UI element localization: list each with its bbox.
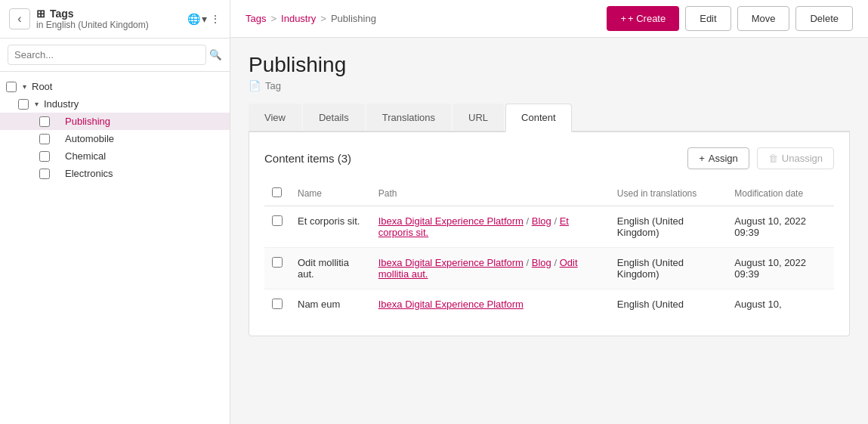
tree-item-chemical[interactable]: Chemical: [0, 147, 230, 165]
row-1-checkbox[interactable]: [272, 215, 283, 226]
row-1-path-link-1[interactable]: Ibexa Digital Experience Platform: [378, 215, 524, 227]
tree-label-electronics: Electronics: [65, 168, 113, 179]
table-header-row: Name Path Used in translations Modificat…: [264, 181, 834, 206]
row-2-path-sep-2: /: [554, 257, 559, 268]
language-button[interactable]: 🌐 ▾: [187, 13, 207, 25]
row-3-name: Nam eum: [290, 289, 371, 321]
tabs: View Details Translations URL Content: [249, 104, 850, 132]
tab-translations[interactable]: Translations: [366, 104, 451, 131]
sidebar-actions: 🌐 ▾ ⋮: [187, 13, 221, 25]
row-1-path-link-2[interactable]: Blog: [532, 215, 551, 227]
tree-item-electronics[interactable]: Electronics: [0, 165, 230, 182]
row-checkbox-cell: [264, 206, 290, 248]
col-checkbox: [264, 181, 290, 206]
assign-plus-icon: +: [699, 153, 705, 164]
tree-toggle-root[interactable]: ▾: [20, 82, 29, 91]
row-1-path-sep-2: /: [554, 215, 559, 227]
col-mod-date: Modification date: [727, 181, 834, 206]
row-2-path-link-2[interactable]: Blog: [532, 257, 551, 268]
tree-toggle-publishing: [53, 117, 62, 126]
sidebar-app-title: ⊞ Tags: [36, 8, 181, 20]
search-bar: 🔍: [0, 39, 230, 72]
content-panel-header: Content items (3) + Assign 🗑 Unassign: [264, 147, 834, 169]
tag-icon: 📄: [249, 80, 261, 91]
tree-item-automobile[interactable]: Automobile: [0, 130, 230, 147]
row-2-path-link-1[interactable]: Ibexa Digital Experience Platform: [378, 257, 524, 268]
tree-toggle-industry[interactable]: ▾: [32, 100, 41, 109]
tree-checkbox-root[interactable]: [6, 82, 17, 92]
col-used-in: Used in translations: [610, 181, 727, 206]
sidebar-header: ‹ ⊞ Tags in English (United Kingdom) 🌐 ▾…: [0, 0, 230, 39]
sidebar-title-area: ⊞ Tags in English (United Kingdom): [36, 8, 181, 30]
select-all-checkbox[interactable]: [272, 187, 282, 197]
back-button[interactable]: ‹: [9, 8, 30, 29]
row-2-used-in: English (United Kingdom): [610, 248, 727, 289]
sidebar: ‹ ⊞ Tags in English (United Kingdom) 🌐 ▾…: [0, 0, 230, 424]
unassign-button[interactable]: 🗑 Unassign: [757, 147, 834, 169]
tree-checkbox-automobile[interactable]: [39, 134, 50, 144]
chevron-down-icon: ▾: [202, 13, 207, 25]
edit-button[interactable]: Edit: [685, 6, 731, 31]
assign-label: Assign: [709, 153, 738, 164]
tree-label-publishing: Publishing: [65, 116, 110, 127]
tree-label-chemical: Chemical: [65, 150, 106, 162]
move-button[interactable]: Move: [737, 6, 790, 31]
tree-toggle-electronics: [53, 169, 62, 178]
breadcrumb-tags[interactable]: Tags: [246, 13, 266, 24]
app-title-label: Tags: [50, 8, 74, 20]
row-2-path-sep-1: /: [527, 257, 532, 268]
row-2-path: Ibexa Digital Experience Platform / Blog…: [371, 248, 610, 289]
delete-button[interactable]: Delete: [795, 6, 853, 31]
tree-area: ▾ Root ▾ Industry Publishing Automobile …: [0, 72, 230, 424]
tab-details[interactable]: Details: [303, 104, 365, 131]
page-title: Publishing: [249, 53, 850, 77]
sidebar-subtitle: in English (United Kingdom): [36, 20, 181, 30]
row-1-name: Et corporis sit.: [290, 206, 371, 248]
tree-item-publishing[interactable]: Publishing: [0, 113, 230, 130]
row-1-path-sep-1: /: [527, 215, 532, 227]
table-row: Et corporis sit. Ibexa Digital Experienc…: [264, 206, 834, 248]
unassign-label: Unassign: [782, 153, 823, 164]
plus-icon: +: [620, 13, 626, 24]
main-content: Tags > Industry > Publishing + + Create …: [230, 0, 868, 424]
tab-url[interactable]: URL: [453, 104, 504, 131]
row-checkbox-cell: [264, 248, 290, 289]
tree-checkbox-industry[interactable]: [18, 99, 29, 110]
breadcrumb: Tags > Industry > Publishing: [246, 13, 376, 24]
tree-item-industry[interactable]: ▾ Industry: [0, 95, 230, 113]
page-meta: 📄 Tag: [249, 80, 850, 91]
topbar: Tags > Industry > Publishing + + Create …: [230, 0, 868, 38]
assign-button[interactable]: + Assign: [687, 147, 749, 169]
tree-checkbox-electronics[interactable]: [39, 169, 50, 179]
more-options-button[interactable]: ⋮: [210, 13, 221, 25]
page-meta-label: Tag: [265, 80, 281, 91]
row-checkbox-cell: [264, 289, 290, 321]
row-2-name: Odit mollitia aut.: [290, 248, 371, 289]
content-panel: Content items (3) + Assign 🗑 Unassign: [249, 132, 850, 336]
tree-label-root: Root: [32, 81, 52, 92]
tree-label-automobile: Automobile: [65, 133, 114, 144]
tree-checkbox-chemical[interactable]: [39, 151, 50, 162]
tree-item-root[interactable]: ▾ Root: [0, 78, 230, 95]
row-1-used-in: English (United Kingdom): [610, 206, 727, 248]
row-3-checkbox[interactable]: [272, 299, 283, 309]
search-input[interactable]: [8, 45, 206, 65]
col-name: Name: [290, 181, 371, 206]
row-2-checkbox[interactable]: [272, 257, 283, 268]
tab-view[interactable]: View: [249, 104, 301, 131]
tree-checkbox-publishing[interactable]: [39, 116, 50, 127]
row-3-path-link-1[interactable]: Ibexa Digital Experience Platform: [378, 299, 524, 310]
row-3-path: Ibexa Digital Experience Platform: [371, 289, 610, 321]
create-button[interactable]: + + Create: [607, 6, 679, 31]
search-icon: 🔍: [209, 49, 222, 60]
tab-content[interactable]: Content: [505, 104, 572, 132]
row-3-used-in: English (United: [610, 289, 727, 321]
breadcrumb-sep-2: >: [320, 13, 326, 24]
topbar-actions: + + Create Edit Move Delete: [607, 6, 853, 31]
search-button[interactable]: 🔍: [209, 49, 222, 60]
breadcrumb-sep-1: >: [270, 13, 276, 24]
table-row: Nam eum Ibexa Digital Experience Platfor…: [264, 289, 834, 321]
breadcrumb-industry[interactable]: Industry: [281, 13, 316, 24]
content-items-title: Content items (3): [264, 152, 351, 165]
tree-toggle-chemical: [53, 152, 62, 161]
